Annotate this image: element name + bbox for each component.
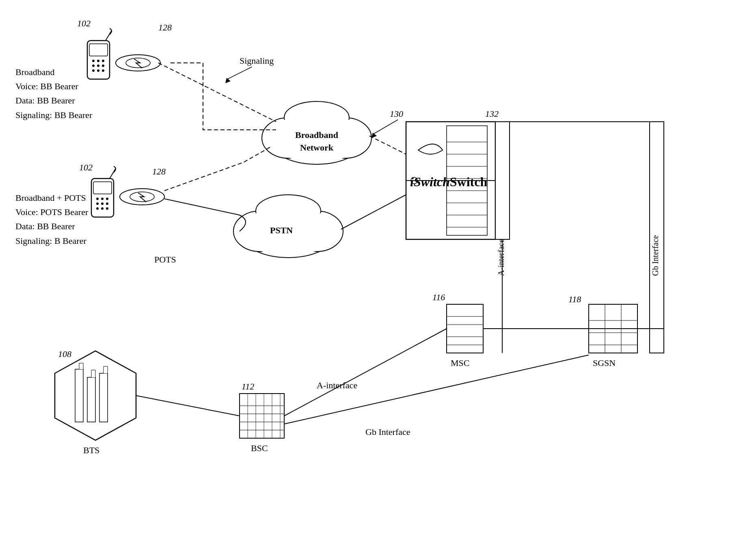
svg-point-17 bbox=[101, 198, 104, 200]
svg-line-85 bbox=[369, 136, 406, 154]
broadband-line1: Broadband bbox=[15, 65, 92, 79]
bts-label: BTS bbox=[83, 444, 99, 457]
bn-line2: Network bbox=[284, 142, 349, 154]
svg-line-97 bbox=[284, 329, 447, 416]
svg-line-11 bbox=[106, 30, 112, 41]
svg-point-5 bbox=[92, 65, 95, 67]
gb-interface-bottom-label: Gb Interface bbox=[365, 426, 410, 439]
sgsn-label: SGSN bbox=[593, 357, 616, 370]
gb-interface-right-label: Gb Interface bbox=[651, 154, 660, 276]
broadband-pots-line1: Broadband + POTS bbox=[15, 191, 88, 205]
svg-point-8 bbox=[92, 69, 95, 72]
msc-label: MSC bbox=[451, 357, 469, 370]
ref-116: 116 bbox=[432, 292, 445, 303]
a-interface-right-label: A-interface bbox=[497, 174, 506, 276]
svg-point-21 bbox=[106, 202, 108, 205]
svg-point-7 bbox=[102, 65, 104, 67]
broadband-pots-line3: Data: BB Bearer bbox=[15, 219, 88, 233]
pstn-label: PSTN bbox=[270, 224, 293, 237]
broadband-line3: Data: BB Bearer bbox=[15, 93, 92, 108]
svg-point-9 bbox=[97, 69, 99, 72]
ref-102-mid: 102 bbox=[79, 162, 93, 173]
svg-point-3 bbox=[97, 60, 99, 62]
svg-line-86 bbox=[341, 195, 406, 229]
broadband-desc-top: Broadband Voice: BB Bearer Data: BB Bear… bbox=[15, 65, 92, 122]
broadband-network-label: Broadband Network Broadband Network bbox=[284, 129, 349, 154]
svg-point-2 bbox=[92, 60, 95, 62]
ref-108: 108 bbox=[58, 349, 71, 359]
svg-point-16 bbox=[96, 198, 99, 200]
bsc-label: BSC bbox=[251, 442, 268, 455]
svg-point-22 bbox=[96, 207, 99, 210]
signaling-label: Signaling bbox=[240, 55, 274, 67]
svg-rect-73 bbox=[240, 394, 284, 438]
svg-point-4 bbox=[102, 60, 104, 62]
svg-point-18 bbox=[106, 198, 108, 200]
ref-118: 118 bbox=[568, 294, 581, 305]
broadband-pots-line2: Voice: POTS Bearer bbox=[15, 205, 88, 219]
svg-point-20 bbox=[101, 202, 104, 205]
ref-128-mid: 128 bbox=[152, 166, 166, 177]
ref-130: 130 bbox=[390, 109, 403, 119]
svg-rect-1 bbox=[89, 44, 108, 56]
svg-line-25 bbox=[110, 168, 116, 179]
svg-point-10 bbox=[102, 69, 104, 72]
pots-label: POTS bbox=[154, 254, 176, 266]
svg-point-45 bbox=[258, 198, 319, 228]
svg-point-24 bbox=[106, 207, 108, 210]
network-diagram: Broadband Network bbox=[0, 0, 756, 553]
svg-rect-70 bbox=[75, 369, 83, 422]
svg-rect-15 bbox=[93, 182, 112, 194]
svg-point-6 bbox=[97, 65, 99, 67]
broadband-line2: Voice: BB Bearer bbox=[15, 79, 92, 93]
svg-point-23 bbox=[101, 207, 104, 210]
ref-112: 112 bbox=[242, 381, 254, 392]
ref-102-top: 102 bbox=[77, 18, 91, 29]
ref-132: 132 bbox=[485, 109, 499, 119]
svg-rect-72 bbox=[99, 373, 108, 422]
iswitch-label: iSwitchSwitch bbox=[410, 174, 487, 189]
broadband-pots-desc: Broadband + POTS Voice: POTS Bearer Data… bbox=[15, 191, 88, 248]
diagram-svg: Broadband Network bbox=[0, 0, 756, 553]
svg-rect-58 bbox=[447, 304, 483, 316]
broadband-line4: Signaling: BB Bearer bbox=[15, 108, 92, 122]
bn-line1: Broadband bbox=[284, 129, 349, 142]
a-interface-bottom-label: A-interface bbox=[317, 379, 357, 392]
svg-line-96 bbox=[136, 396, 240, 416]
svg-point-19 bbox=[96, 202, 99, 205]
svg-rect-71 bbox=[87, 377, 95, 422]
ref-128-top: 128 bbox=[158, 22, 172, 33]
broadband-pots-line4: Signaling: B Bearer bbox=[15, 234, 88, 248]
